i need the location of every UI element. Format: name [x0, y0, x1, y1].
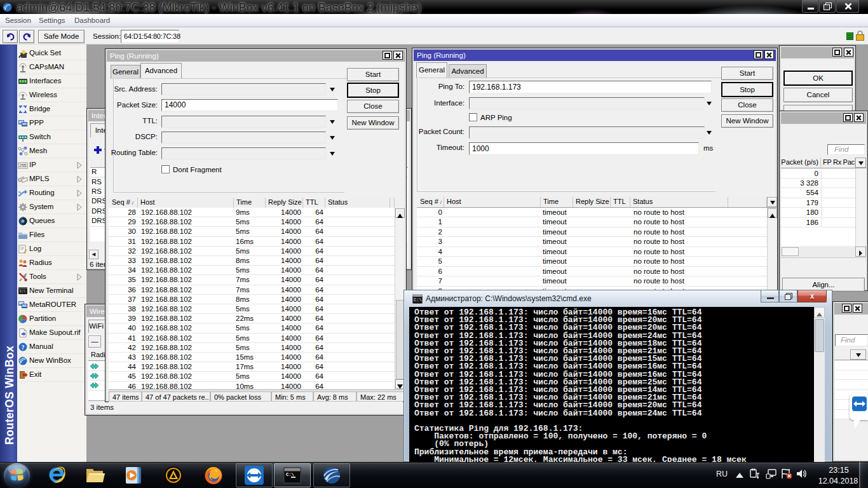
svg-text:C:\: C:\ [286, 472, 294, 477]
svg-text:C:\: C:\ [20, 290, 25, 294]
svg-text:C:\: C:\ [414, 297, 422, 302]
svg-text:255: 255 [20, 163, 27, 168]
svg-text:?: ? [22, 344, 25, 351]
